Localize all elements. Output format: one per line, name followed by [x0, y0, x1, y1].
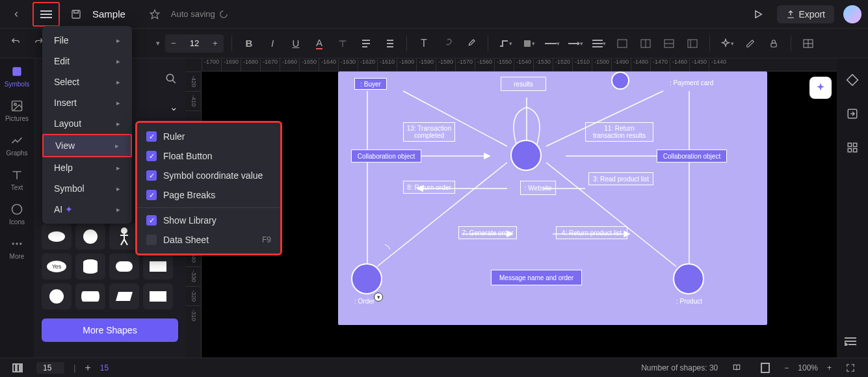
link-button[interactable] — [438, 34, 456, 53]
ai-sparkle-button[interactable] — [809, 77, 832, 99]
align-button[interactable] — [357, 34, 375, 53]
search-icon[interactable] — [165, 73, 177, 84]
node-collab1[interactable]: Collaboration object — [351, 150, 421, 162]
right-shape-tool[interactable] — [843, 70, 862, 90]
save-icon[interactable] — [66, 5, 86, 24]
lock-button[interactable] — [765, 34, 783, 53]
connector-button[interactable]: ▾ — [496, 34, 514, 53]
sparkle-tool[interactable]: ▾ — [718, 34, 736, 53]
node-collab2[interactable]: Collaboration object — [657, 150, 727, 162]
edit-tool[interactable] — [741, 34, 759, 53]
node-circle-top[interactable] — [611, 72, 629, 90]
rail-icons[interactable]: Icons — [9, 203, 25, 226]
bold-button[interactable]: B — [240, 34, 258, 53]
menu-item-layout[interactable]: Layout▸ — [42, 113, 132, 134]
layout-4-button[interactable] — [683, 34, 702, 53]
back-button[interactable] — [7, 5, 26, 24]
italic-button[interactable]: I — [263, 34, 282, 53]
font-dropdown-arrow[interactable]: ▾ — [156, 39, 160, 47]
hamburger-menu[interactable] — [36, 5, 56, 24]
text-tool[interactable] — [334, 34, 352, 53]
fill-button[interactable]: ▾ — [519, 34, 538, 53]
layout-toggle[interactable] — [8, 358, 27, 378]
page-view-icon[interactable] — [756, 358, 775, 378]
node-results[interactable]: results — [501, 77, 546, 91]
right-export-tool[interactable] — [843, 104, 862, 124]
canvas[interactable]: : Buyer results : Payment card 13: Trans… — [202, 72, 837, 358]
text-insert-button[interactable]: T — [415, 34, 433, 53]
font-size-increase[interactable]: + — [207, 34, 224, 53]
node-return-order[interactable]: 8: Return order — [403, 181, 455, 194]
node-circle-center[interactable] — [510, 140, 542, 171]
shape-cylinder-h[interactable] — [75, 283, 105, 309]
diagram-page[interactable]: : Buyer results : Payment card 13: Trans… — [338, 72, 767, 325]
menu-item-ai[interactable]: AI ✦▸ — [42, 199, 132, 220]
menu-item-insert[interactable]: Insert▸ — [42, 92, 132, 113]
handle-icon[interactable]: ▾ — [374, 292, 383, 302]
font-color-button[interactable]: A — [310, 34, 328, 53]
font-size-control[interactable]: − 12 + — [165, 34, 224, 53]
page-number-box[interactable]: 15 — [36, 362, 64, 374]
view-page-breaks[interactable]: ✓Page Breaks — [137, 185, 280, 205]
node-return-trans[interactable]: 11: Return transaction results — [585, 122, 653, 142]
menu-item-symbol[interactable]: Symbol▸ — [42, 178, 132, 199]
view-data-sheet[interactable]: ✓Data SheetF9 — [137, 230, 280, 250]
zoom-out[interactable]: − — [784, 363, 789, 372]
shape-ellipse[interactable] — [42, 224, 72, 250]
layout-1-button[interactable] — [613, 34, 631, 53]
brush-button[interactable] — [462, 34, 480, 53]
shape-rect-3[interactable] — [143, 283, 173, 309]
rail-graphs[interactable]: Graphs — [7, 134, 28, 157]
zoom-in[interactable]: + — [827, 363, 832, 372]
collapse-panel-button[interactable] — [841, 332, 860, 351]
shape-yes[interactable]: Yes — [42, 254, 72, 280]
node-website[interactable]: : Website — [520, 181, 556, 195]
node-return-list[interactable]: 4: Return product list — [556, 226, 627, 239]
shape-rect-2[interactable] — [143, 254, 173, 280]
book-icon[interactable] — [727, 358, 746, 378]
menu-item-help[interactable]: Help▸ — [42, 157, 132, 178]
node-read-list[interactable]: 3: Read product list — [588, 172, 653, 185]
right-grid-tool[interactable] — [843, 138, 862, 157]
line-style-button[interactable]: ▾ — [543, 34, 561, 53]
node-msg-name[interactable]: Message name and order — [491, 270, 582, 285]
avatar[interactable] — [843, 5, 861, 23]
undo-button[interactable] — [7, 34, 25, 53]
menu-item-file[interactable]: File▸ — [42, 30, 132, 51]
shape-round-rect[interactable] — [109, 254, 139, 280]
line-spacing-button[interactable] — [380, 34, 399, 53]
rail-pictures[interactable]: Pictures — [5, 99, 29, 122]
view-ruler[interactable]: ✓Ruler — [137, 127, 280, 146]
node-payment[interactable]: : Payment card — [670, 79, 713, 86]
rail-more[interactable]: More — [10, 237, 25, 260]
rail-symbols[interactable]: Symbols — [5, 65, 29, 88]
arrow-style-button[interactable]: ▾ — [566, 34, 585, 53]
plus-page-button[interactable]: + — [85, 362, 90, 374]
view-float-button[interactable]: ✓Float Button — [137, 146, 280, 166]
layout-3-button[interactable] — [660, 34, 678, 53]
view-symbol-coordinate-value[interactable]: ✓Symbol coordinate value — [137, 166, 280, 185]
shape-circle[interactable] — [75, 224, 105, 250]
node-buyer[interactable]: : Buyer — [354, 78, 387, 90]
fullscreen-button[interactable] — [841, 358, 860, 378]
grid-button[interactable] — [799, 34, 817, 53]
rail-text[interactable]: Text — [10, 168, 23, 191]
underline-button[interactable]: U — [287, 34, 305, 53]
font-size-decrease[interactable]: − — [165, 34, 182, 53]
view-show-library[interactable]: ✓Show Library — [137, 211, 280, 230]
shape-parallelogram[interactable] — [109, 283, 139, 309]
node-circle-order[interactable] — [351, 263, 382, 294]
layout-2-button[interactable] — [637, 34, 655, 53]
list-button[interactable]: ▾ — [590, 34, 608, 53]
menu-item-view[interactable]: View▸ — [42, 134, 132, 157]
more-shapes-button[interactable]: More Shapes — [42, 318, 178, 342]
shape-circle-2[interactable] — [42, 283, 72, 309]
star-icon[interactable] — [145, 5, 164, 24]
node-trans-complete[interactable]: 13: Transaction completed — [403, 122, 455, 142]
export-button[interactable]: Export — [777, 5, 834, 23]
node-gen-order[interactable]: 7: Generate order — [458, 226, 517, 239]
menu-item-edit[interactable]: Edit▸ — [42, 51, 132, 72]
play-button[interactable] — [748, 5, 768, 24]
shape-cylinder[interactable] — [75, 254, 105, 280]
node-circle-product[interactable] — [673, 263, 704, 294]
